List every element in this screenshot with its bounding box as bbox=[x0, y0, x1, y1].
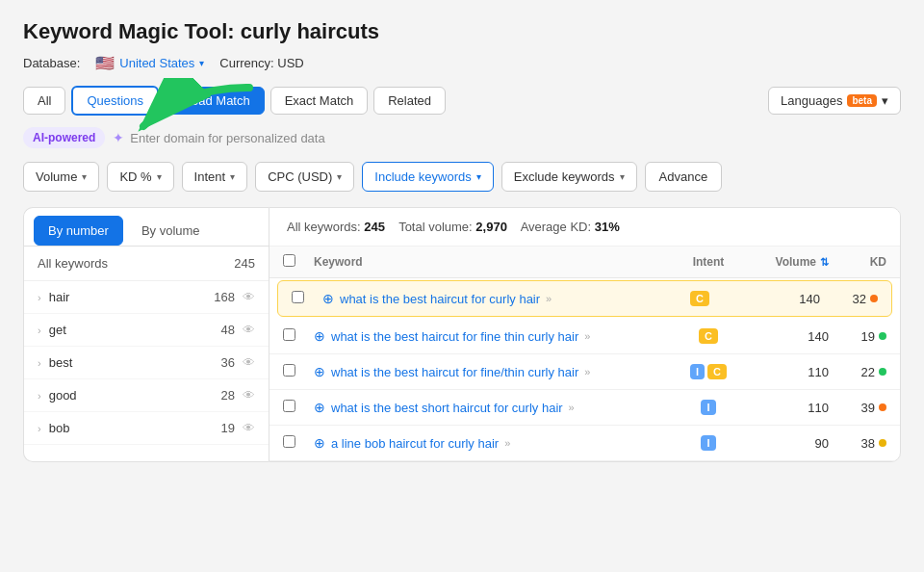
group-by-number-tab[interactable]: By number bbox=[34, 216, 123, 246]
keyword-table-rows: ⊕ what is the best haircut for curly hai… bbox=[270, 280, 900, 461]
domain-placeholder: Enter domain for personalized data bbox=[130, 131, 324, 145]
database-row: Database: 🇺🇸 United States ▾ Currency: U… bbox=[23, 54, 901, 72]
eye-icon[interactable]: 👁 bbox=[243, 421, 255, 435]
list-item[interactable]: › get 48 👁 bbox=[24, 314, 269, 347]
all-kw-label: All keywords: bbox=[287, 220, 361, 234]
kd-indicator bbox=[870, 295, 878, 302]
database-selector[interactable]: 🇺🇸 United States ▾ bbox=[95, 54, 204, 72]
keyword-link[interactable]: a line bob haircut for curly hair bbox=[331, 436, 499, 451]
languages-label: Languages bbox=[781, 93, 842, 108]
row-checkbox[interactable] bbox=[283, 364, 314, 379]
keyword-group-label: get bbox=[49, 323, 66, 337]
advance-button[interactable]: Advance bbox=[645, 162, 723, 192]
page-title: Keyword Magic Tool: curly haircuts bbox=[23, 19, 901, 44]
eye-icon[interactable]: 👁 bbox=[243, 290, 255, 304]
list-item[interactable]: › good 28 👁 bbox=[24, 379, 269, 412]
kd-indicator bbox=[879, 439, 886, 447]
domain-input[interactable]: ✦ Enter domain for personalized data bbox=[113, 130, 324, 145]
keyword-link[interactable]: what is the best haircut for fine thin c… bbox=[331, 329, 578, 344]
row-intent-cell: C bbox=[675, 328, 742, 344]
table-header: Keyword Intent Volume ⇅ KD bbox=[270, 247, 900, 278]
keyword-link[interactable]: what is the best short haircut for curly… bbox=[331, 401, 563, 415]
main-content: By number By volume All keywords 245 › h… bbox=[23, 207, 901, 462]
total-vol-val: 2,970 bbox=[475, 220, 507, 234]
kd-indicator bbox=[879, 403, 886, 411]
table-row[interactable]: ⊕ what is the best haircut for fine thin… bbox=[270, 319, 900, 354]
include-keywords-filter[interactable]: Include keywords ▾ bbox=[362, 162, 493, 192]
chevron-right-icon: › bbox=[38, 292, 41, 303]
keyword-group-count: 168 bbox=[214, 290, 235, 304]
select-all-checkbox[interactable] bbox=[283, 254, 295, 267]
row-checkbox[interactable] bbox=[283, 435, 314, 451]
row-kd-cell: 39 bbox=[829, 401, 886, 415]
th-keyword: Keyword bbox=[314, 255, 675, 269]
chevron-down-icon: ▾ bbox=[620, 171, 625, 182]
all-kw-val: 245 bbox=[364, 220, 385, 234]
tab-broad-match[interactable]: Broad Match bbox=[165, 87, 265, 115]
chevron-down-icon: ▾ bbox=[157, 171, 162, 182]
tab-related[interactable]: Related bbox=[373, 87, 446, 115]
volume-filter[interactable]: Volume ▾ bbox=[23, 162, 99, 192]
row-kd-cell: 38 bbox=[829, 436, 886, 451]
plus-circle-icon: ⊕ bbox=[314, 328, 325, 344]
stats-bar: All keywords: 245 Total volume: 2,970 Av… bbox=[270, 208, 900, 247]
sort-icon[interactable]: ⇅ bbox=[820, 256, 829, 269]
table-row[interactable]: ⊕ what is the best haircut for curly hai… bbox=[277, 280, 892, 317]
chevron-right-icon: › bbox=[38, 325, 41, 336]
left-panel: By number By volume All keywords 245 › h… bbox=[23, 207, 269, 462]
table-row[interactable]: ⊕ what is the best haircut for fine/thin… bbox=[270, 354, 900, 390]
list-item[interactable]: › hair 168 👁 bbox=[24, 281, 269, 314]
intent-badge-i: I bbox=[690, 364, 705, 379]
avg-kd-label: Average KD: bbox=[521, 220, 591, 234]
avg-kd-val: 31% bbox=[595, 220, 620, 234]
chevron-down-icon: ▾ bbox=[82, 171, 87, 182]
forward-arrow-icon: » bbox=[504, 437, 510, 449]
th-volume: Volume ⇅ bbox=[742, 255, 829, 269]
row-intent-cell: I bbox=[675, 435, 742, 451]
list-item[interactable]: › bob 19 👁 bbox=[24, 412, 269, 445]
tab-questions[interactable]: Questions bbox=[71, 86, 159, 116]
plus-circle-icon: ⊕ bbox=[314, 364, 325, 379]
tab-all[interactable]: All bbox=[23, 87, 65, 115]
all-keywords-label: All keywords bbox=[38, 256, 108, 271]
row-checkbox[interactable] bbox=[283, 400, 314, 415]
chevron-right-icon: › bbox=[38, 423, 41, 434]
eye-icon[interactable]: 👁 bbox=[243, 323, 255, 337]
eye-icon[interactable]: 👁 bbox=[243, 388, 255, 403]
kd-filter[interactable]: KD % ▾ bbox=[107, 162, 173, 192]
kd-indicator bbox=[879, 368, 886, 376]
intent-badge-i: I bbox=[701, 400, 715, 415]
plus-circle-icon: ⊕ bbox=[314, 435, 325, 451]
right-panel: All keywords: 245 Total volume: 2,970 Av… bbox=[269, 207, 901, 462]
row-intent-cell: C bbox=[666, 291, 733, 306]
table-row[interactable]: ⊕ a line bob haircut for curly hair » I … bbox=[270, 426, 900, 461]
exclude-keywords-filter[interactable]: Exclude keywords ▾ bbox=[501, 162, 637, 192]
table-row[interactable]: ⊕ what is the best short haircut for cur… bbox=[270, 390, 900, 426]
keyword-group-label: good bbox=[49, 388, 77, 403]
forward-arrow-icon: » bbox=[584, 366, 590, 377]
keyword-group-count: 48 bbox=[221, 323, 235, 337]
forward-arrow-icon: » bbox=[569, 402, 575, 413]
row-checkbox[interactable] bbox=[283, 328, 314, 344]
languages-dropdown[interactable]: Languages beta ▾ bbox=[768, 87, 901, 115]
all-keywords-count: 245 bbox=[234, 256, 255, 271]
eye-icon[interactable]: 👁 bbox=[243, 355, 255, 370]
intent-filter[interactable]: Intent ▾ bbox=[182, 162, 248, 192]
list-item[interactable]: › best 36 👁 bbox=[24, 347, 269, 379]
chevron-right-icon: › bbox=[38, 390, 41, 402]
row-kd-cell: 32 bbox=[820, 292, 878, 306]
row-checkbox[interactable] bbox=[292, 291, 322, 306]
left-keyword-list: › hair 168 👁 › get 48 👁 › best 36 👁 › go… bbox=[24, 281, 269, 445]
keyword-group-label: bob bbox=[49, 421, 70, 435]
group-by-volume-tab[interactable]: By volume bbox=[127, 216, 215, 246]
row-volume-cell: 140 bbox=[742, 329, 829, 344]
keyword-group-count: 19 bbox=[221, 421, 235, 435]
keyword-link[interactable]: what is the best haircut for curly hair bbox=[340, 292, 540, 306]
th-kd: KD bbox=[829, 255, 886, 269]
cpc-filter[interactable]: CPC (USD) ▾ bbox=[255, 162, 354, 192]
row-keyword-cell: ⊕ what is the best haircut for curly hai… bbox=[322, 291, 666, 306]
total-vol-label: Total volume: bbox=[398, 220, 473, 234]
keyword-group-label: best bbox=[49, 355, 73, 370]
keyword-link[interactable]: what is the best haircut for fine/thin c… bbox=[331, 365, 578, 379]
tab-exact-match[interactable]: Exact Match bbox=[270, 87, 369, 115]
